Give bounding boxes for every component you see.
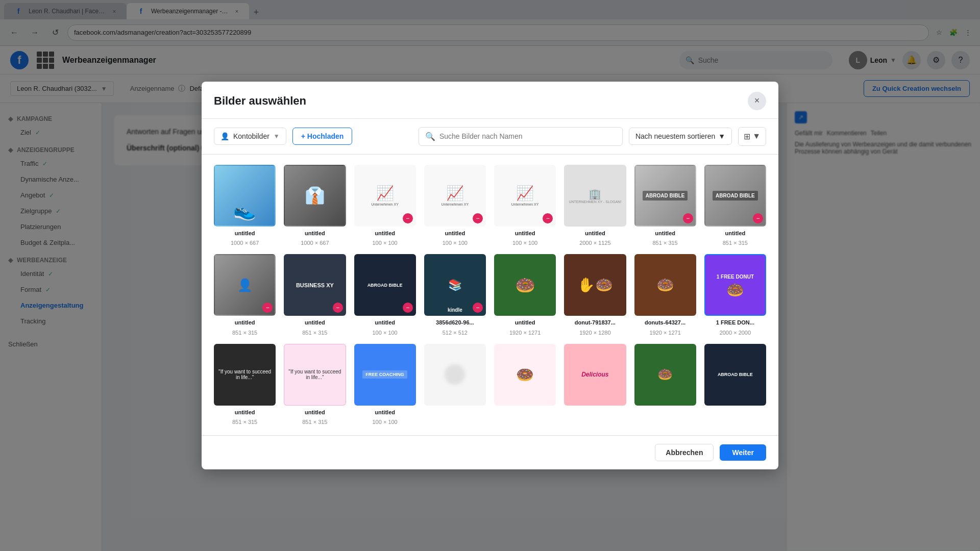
remove-btn-11[interactable]: − — [403, 303, 413, 313]
grid-item-20[interactable] — [424, 344, 486, 425]
grid-item-16[interactable]: 1 FREE DONUT 🍩 1 FREE DON... 2000 × 2000 — [704, 254, 766, 336]
free-donut-text: 1 FREE DONUT — [715, 272, 756, 282]
grid-item-6[interactable]: 🏢 UNTERNEHMEN XY - SLOGAN! untitled 2000… — [564, 165, 626, 246]
grid-item-3[interactable]: 📈 Unternehmen XY − untitled 100 × 100 — [354, 165, 416, 246]
thumb-6[interactable]: 🏢 UNTERNEHMEN XY - SLOGAN! — [564, 165, 626, 227]
grid-item-15[interactable]: 🍩 donuts-64327... 1920 × 1271 — [634, 254, 696, 336]
remove-btn-8[interactable]: − — [753, 213, 763, 223]
thumb-24[interactable]: ABROAD BIBLE — [704, 344, 766, 406]
source-chevron: ▼ — [274, 133, 280, 140]
modal-title: Bilder auswählen — [214, 94, 306, 108]
remove-btn-5[interactable]: − — [543, 213, 553, 223]
grid-item-2[interactable]: 👔 untitled 1000 × 667 — [284, 165, 346, 246]
item17-label: untitled — [235, 409, 255, 416]
thumb-12[interactable]: 📚 kindle − — [424, 254, 486, 316]
thumb-22[interactable]: Delicious — [564, 344, 626, 406]
thumb-4[interactable]: 📈 Unternehmen XY − — [424, 165, 486, 227]
grid-item-1[interactable]: 👟 untitled 1000 × 667 — [214, 165, 276, 246]
blurred-circle — [445, 364, 465, 385]
remove-btn-10[interactable]: − — [333, 303, 343, 313]
grid-item-24[interactable]: ABROAD BIBLE — [704, 344, 766, 425]
company-text-3: Unternehmen XY — [371, 203, 399, 206]
grid-item-11[interactable]: ABROAD BIBLE − untitled 100 × 100 — [354, 254, 416, 336]
remove-btn-12[interactable]: − — [473, 303, 483, 313]
item11-label: untitled — [375, 319, 395, 326]
grid-item-10[interactable]: BUSINESS XY − untitled 851 × 315 — [284, 254, 346, 336]
donut-circle-icon: 🍩 — [516, 366, 534, 383]
remove-btn-7[interactable]: − — [683, 213, 693, 223]
grid-item-4[interactable]: 📈 Unternehmen XY − untitled 100 × 100 — [424, 165, 486, 246]
thumb-9[interactable]: 👤 − — [214, 254, 276, 316]
cancel-button[interactable]: Abbrechen — [655, 444, 714, 461]
thumb-14[interactable]: ✋🍩 — [564, 254, 626, 316]
grid-item-8[interactable]: ABROAD BIBLE − untitled 851 × 315 — [704, 165, 766, 246]
grid-item-12[interactable]: 📚 kindle − 3856d620-96... 512 × 512 — [424, 254, 486, 336]
grid-item-23[interactable]: 🍩 — [634, 344, 696, 425]
thumb-11[interactable]: ABROAD BIBLE − — [354, 254, 416, 316]
sort-chevron: ▼ — [718, 132, 725, 140]
grid-item-7[interactable]: ABROAD BIBLE − untitled 851 × 315 — [634, 165, 696, 246]
item18-label: untitled — [305, 409, 325, 416]
grid-item-14[interactable]: ✋🍩 donut-791837... 1920 × 1280 — [564, 254, 626, 336]
item12-label: 3856d620-96... — [436, 319, 474, 326]
remove-btn-4[interactable]: − — [473, 213, 483, 223]
item19-size: 100 × 100 — [373, 419, 398, 425]
thumb-20[interactable] — [424, 344, 486, 406]
thumb-5[interactable]: 📈 Unternehmen XY − — [494, 165, 556, 227]
modal-search-icon: 🔍 — [425, 132, 435, 141]
item4-label: untitled — [445, 230, 465, 237]
company-text-5: Unternehmen XY — [511, 203, 539, 206]
grid-item-19[interactable]: FREE COACHING untitled 100 × 100 — [354, 344, 416, 425]
next-button[interactable]: Weiter — [720, 444, 766, 461]
thumb-18[interactable]: "If you want to succeed in life..." — [284, 344, 346, 406]
modal-header: Bilder auswählen × — [202, 82, 778, 119]
grid-item-18[interactable]: "If you want to succeed in life..." unti… — [284, 344, 346, 425]
item9-label: untitled — [235, 319, 255, 326]
filter-chevron: ▼ — [752, 132, 761, 141]
thumb-2[interactable]: 👔 — [284, 165, 346, 227]
modal-search-bar[interactable]: 🔍 — [419, 127, 623, 146]
abroad-bible-text-8: ABROAD BIBLE — [713, 191, 758, 201]
thumb-13[interactable]: 🍩 — [494, 254, 556, 316]
thumb-23[interactable]: 🍩 — [634, 344, 696, 406]
grid-item-5[interactable]: 📈 Unternehmen XY − untitled 100 × 100 — [494, 165, 556, 246]
thumb-16[interactable]: 1 FREE DONUT 🍩 — [704, 254, 766, 316]
thumb-21[interactable]: 🍩 — [494, 344, 556, 406]
modal-search-input[interactable] — [439, 132, 616, 140]
free-coaching-text: FREE COACHING — [362, 370, 407, 379]
remove-btn-9[interactable]: − — [262, 303, 273, 313]
filter-icon: ⊞ — [744, 132, 750, 141]
thumb-8[interactable]: ABROAD BIBLE − — [704, 165, 766, 227]
thumb-15[interactable]: 🍩 — [634, 254, 696, 316]
grid-item-17[interactable]: "If you want to succeed in life..." unti… — [214, 344, 276, 425]
source-selector[interactable]: 👤 Kontobilder ▼ — [214, 128, 286, 145]
thumb-1[interactable]: 👟 — [214, 165, 276, 227]
thumb-10[interactable]: BUSINESS XY − — [284, 254, 346, 316]
filter-button[interactable]: ⊞ ▼ — [738, 127, 766, 146]
item2-size: 1000 × 667 — [301, 240, 329, 246]
modal-close-button[interactable]: × — [748, 92, 766, 110]
modal-toolbar: 👤 Kontobilder ▼ + Hochladen 🔍 Nach neues… — [202, 119, 778, 155]
grid-item-21[interactable]: 🍩 — [494, 344, 556, 425]
item7-label: untitled — [655, 230, 675, 237]
green-donuts-icon: 🍩 — [657, 367, 673, 382]
abroad-dark-text: ABROAD BIBLE — [368, 283, 403, 288]
sort-button[interactable]: Nach neuestem sortieren ▼ — [629, 128, 732, 145]
thumb-17[interactable]: "If you want to succeed in life..." — [214, 344, 276, 406]
thumb-3[interactable]: 📈 Unternehmen XY − — [354, 165, 416, 227]
donut-icon-13: 🍩 — [515, 276, 535, 295]
company-slogan: UNTERNEHMEN XY - SLOGAN! — [569, 200, 621, 204]
item15-size: 1920 × 1271 — [649, 330, 680, 336]
grid-item-13[interactable]: 🍩 untitled 1920 × 1271 — [494, 254, 556, 336]
thumb-7[interactable]: ABROAD BIBLE − — [634, 165, 696, 227]
item8-label: untitled — [725, 230, 746, 237]
sort-label: Nach neuestem sortieren — [635, 132, 715, 140]
grid-item-9[interactable]: 👤 − untitled 851 × 315 — [214, 254, 276, 336]
donut-hand-icon: ✋🍩 — [577, 277, 613, 293]
thumb-19[interactable]: FREE COACHING — [354, 344, 416, 406]
item14-label: donut-791837... — [575, 319, 616, 326]
grid-item-22[interactable]: Delicious — [564, 344, 626, 425]
remove-btn-3[interactable]: − — [403, 213, 413, 223]
item5-label: untitled — [515, 230, 535, 237]
upload-button[interactable]: + Hochladen — [292, 128, 353, 145]
